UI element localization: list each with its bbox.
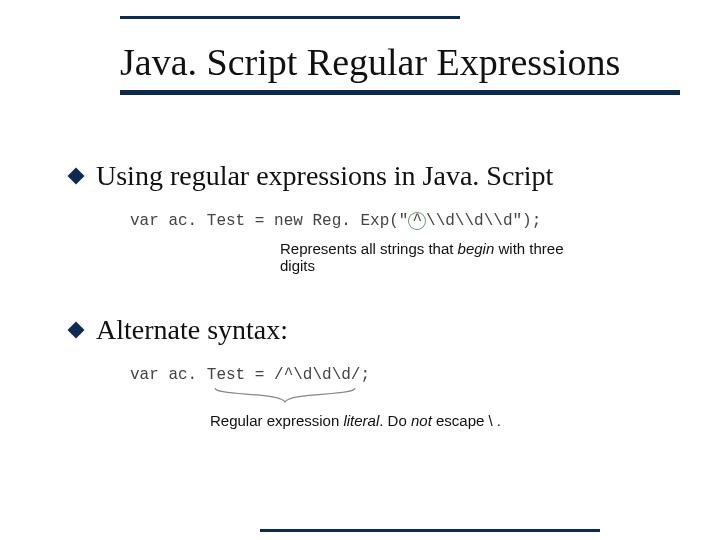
title-block: Java. Script Regular Expressions bbox=[120, 40, 680, 95]
diamond-bullet-icon bbox=[68, 168, 85, 185]
title-rule bbox=[120, 90, 680, 95]
annot2-c: . Do bbox=[379, 412, 411, 429]
diamond-bullet-icon bbox=[68, 322, 85, 339]
top-rule bbox=[120, 16, 460, 19]
code-line-2: var ac. Test = /^\d\d\d/; bbox=[130, 366, 370, 384]
code1-pre: var ac. Test = new Reg. Exp(" bbox=[130, 212, 408, 230]
slide-body: Using regular expressions in Java. Scrip… bbox=[70, 150, 660, 429]
annot2-d: not bbox=[411, 412, 432, 429]
caret-highlight-icon: ^ bbox=[408, 212, 426, 230]
bullet-row-1: Using regular expressions in Java. Scrip… bbox=[70, 160, 660, 192]
slide-footer bbox=[0, 529, 720, 532]
annot2-b: literal bbox=[343, 412, 379, 429]
slide-title: Java. Script Regular Expressions bbox=[120, 40, 680, 84]
footer-rule bbox=[260, 529, 600, 532]
code-line-1: var ac. Test = new Reg. Exp("^\\d\\d\\d"… bbox=[130, 212, 541, 230]
bullet-row-2: Alternate syntax: bbox=[70, 314, 660, 346]
brace-icon bbox=[210, 386, 660, 408]
annotation-2: Regular expression literal. Do not escap… bbox=[210, 412, 660, 429]
annot2-a: Regular expression bbox=[210, 412, 343, 429]
annot2-e: escape \ . bbox=[432, 412, 501, 429]
annotation-1: Represents all strings that begin with t… bbox=[280, 240, 570, 274]
annot1-b: begin bbox=[458, 240, 495, 257]
annot1-a: Represents all strings that bbox=[280, 240, 458, 257]
bullet-text-2: Alternate syntax: bbox=[96, 314, 288, 346]
code1-post: \\d\\d\\d"); bbox=[426, 212, 541, 230]
bullet-text-1: Using regular expressions in Java. Scrip… bbox=[96, 160, 553, 192]
